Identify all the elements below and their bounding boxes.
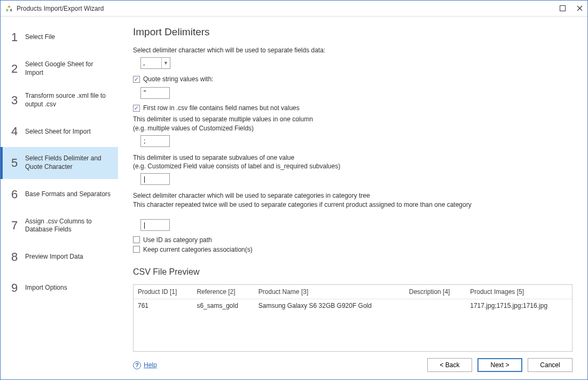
- step-number: 8: [8, 250, 21, 264]
- window-controls: [559, 5, 583, 12]
- subval-hint1: This delimiter is used to separate subva…: [133, 153, 573, 162]
- step-label: Select Fields Delimiter and Quote Charac…: [25, 154, 113, 171]
- keepcat-checkbox[interactable]: [133, 246, 140, 253]
- window-title: Products Import/Export Wizard: [17, 5, 559, 12]
- step-number: 9: [8, 281, 21, 295]
- table-cell: [405, 299, 466, 312]
- quote-check-label: Quote string values with:: [143, 75, 213, 83]
- sidebar-step-4[interactable]: 4Select Sheet for Import: [1, 116, 118, 147]
- back-button[interactable]: < Back: [427, 358, 472, 372]
- table-cell: 1717.jpg;1715.jpg;1716.jpg: [466, 299, 572, 312]
- step-label: Transform source .xml file to output .cs…: [25, 92, 113, 108]
- step-label: Import Options: [25, 284, 67, 292]
- preview-heading: CSV File Preview: [133, 267, 573, 277]
- chevron-down-icon[interactable]: ▼: [161, 58, 170, 68]
- column-header[interactable]: Description [4]: [405, 285, 466, 299]
- step-label: Select File: [25, 33, 55, 42]
- table-cell: s6_sams_gold: [192, 299, 254, 312]
- table-cell: Samsung Galaxy S6 32GB G920F Gold: [254, 299, 405, 312]
- table-row[interactable]: 761s6_sams_goldSamsung Galaxy S6 32GB G9…: [134, 299, 572, 312]
- delimiter-combo[interactable]: ▼: [140, 57, 170, 69]
- delimiter-label: Select delimiter character which will be…: [133, 46, 573, 54]
- column-header[interactable]: Product Images [5]: [466, 285, 572, 299]
- titlebar: Products Import/Export Wizard: [1, 1, 587, 17]
- step-label: Select Sheet for Import: [25, 128, 91, 136]
- sidebar-step-1[interactable]: 1Select File: [1, 22, 118, 53]
- multidelim-hint2: (e.g. multiple values of Customized Fiel…: [133, 124, 573, 133]
- preview-table: Product ID [1]Reference [2]Product Name …: [134, 285, 572, 312]
- multidelim-input[interactable]: [140, 135, 170, 147]
- close-button[interactable]: [576, 5, 583, 12]
- sidebar-step-8[interactable]: 8Preview Import Data: [1, 242, 118, 273]
- page-heading: Import Delimiters: [133, 26, 573, 38]
- step-number: 6: [8, 188, 21, 201]
- cat-hint2: This character repeated twice will be us…: [133, 200, 573, 210]
- content-panel: Import Delimiters Select delimiter chara…: [118, 17, 587, 379]
- keepcat-label: Keep current categories association(s): [143, 246, 253, 253]
- footer: ? Help < Back Next > Cancel: [133, 352, 573, 372]
- help-link[interactable]: ? Help: [133, 361, 157, 369]
- sidebar-step-5[interactable]: 5Select Fields Delimiter and Quote Chara…: [1, 147, 118, 179]
- cat-hint1: Select delimiter character which will be…: [133, 191, 573, 200]
- column-header[interactable]: Product Name [3]: [254, 285, 405, 299]
- quote-value-input[interactable]: [140, 87, 170, 99]
- column-header[interactable]: Reference [2]: [192, 285, 254, 299]
- next-button[interactable]: Next >: [477, 358, 522, 372]
- step-number: 3: [8, 94, 21, 107]
- wizard-steps-sidebar: 1Select File2Select Google Sheet for Imp…: [1, 17, 118, 379]
- maximize-button[interactable]: [559, 5, 566, 12]
- step-number: 5: [8, 156, 21, 170]
- multidelim-hint1: This delimiter is used to separate multi…: [133, 115, 573, 124]
- sidebar-step-3[interactable]: 3Transform source .xml file to output .c…: [1, 84, 118, 116]
- step-number: 4: [8, 125, 21, 138]
- useid-label: Use ID as category path: [143, 236, 212, 244]
- column-header[interactable]: Product ID [1]: [134, 285, 192, 299]
- step-label: Preview Import Data: [25, 253, 83, 261]
- help-label: Help: [144, 361, 157, 369]
- table-cell: 761: [134, 299, 192, 312]
- app-icon: [5, 4, 13, 13]
- subval-input[interactable]: [140, 173, 170, 185]
- sidebar-step-6[interactable]: 6Base Formats and Separators: [1, 179, 118, 210]
- step-label: Base Formats and Separators: [25, 190, 111, 199]
- quote-checkbox[interactable]: ✓: [133, 76, 140, 83]
- category-delim-input[interactable]: [140, 219, 170, 231]
- cancel-button[interactable]: Cancel: [528, 358, 573, 372]
- firstrow-checkbox[interactable]: ✓: [133, 105, 140, 112]
- sidebar-step-7[interactable]: 7Assign .csv Columns to Database Fields: [1, 210, 118, 242]
- firstrow-label: First row in .csv file contains field na…: [143, 104, 300, 112]
- sidebar-step-2[interactable]: 2Select Google Sheet for Import: [1, 53, 118, 84]
- useid-checkbox[interactable]: [133, 236, 140, 243]
- csv-preview: Product ID [1]Reference [2]Product Name …: [133, 284, 573, 352]
- step-number: 7: [8, 219, 21, 232]
- subval-hint2: (e.g. Customized Field value consists of…: [133, 162, 573, 171]
- step-number: 2: [8, 62, 21, 76]
- help-icon: ?: [133, 361, 141, 369]
- step-label: Select Google Sheet for Import: [25, 60, 113, 77]
- step-label: Assign .csv Columns to Database Fields: [25, 218, 113, 234]
- step-number: 1: [8, 30, 21, 44]
- delimiter-input[interactable]: [141, 58, 161, 68]
- sidebar-step-9[interactable]: 9Import Options: [1, 273, 118, 304]
- svg-rect-0: [560, 6, 565, 11]
